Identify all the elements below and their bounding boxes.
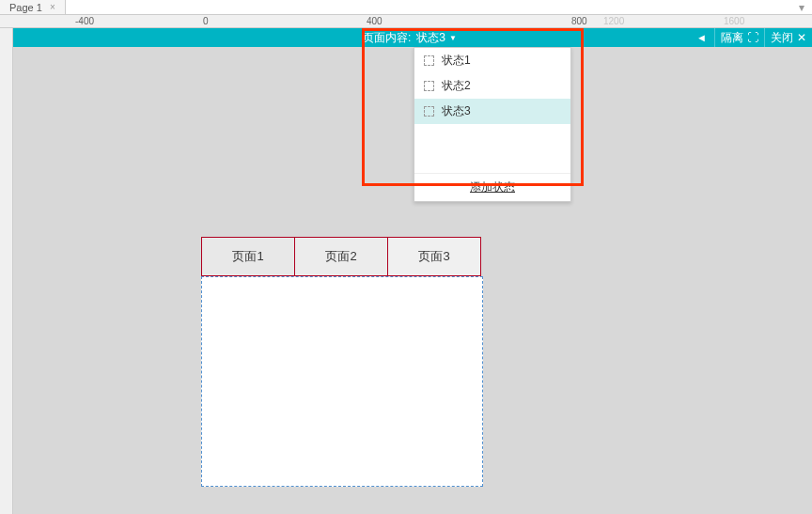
state-option-label: 状态1 xyxy=(442,53,471,69)
ruler-tick: 400 xyxy=(367,16,383,26)
page-tab[interactable]: 页面2 xyxy=(294,237,388,276)
add-state-button[interactable]: 添加状态 xyxy=(414,173,570,201)
ruler-tick: 1200 xyxy=(603,16,624,26)
page-tab[interactable]: 页面3 xyxy=(387,237,481,276)
state-option[interactable]: 状态1 xyxy=(414,48,570,73)
isolate-button[interactable]: 隔离 ⛶ xyxy=(714,28,764,47)
chevron-down-icon[interactable]: ▾ xyxy=(791,1,812,14)
close-icon: ✕ xyxy=(797,31,806,44)
horizontal-ruler: -400 0 400 800 1200 1600 xyxy=(0,15,812,28)
ruler-tick: 0 xyxy=(203,16,209,26)
isolate-label: 隔离 xyxy=(721,30,743,46)
checkbox-icon xyxy=(424,106,434,117)
ruler-tick: -400 xyxy=(75,16,94,26)
checkbox-icon xyxy=(424,55,434,66)
state-option[interactable]: 状态2 xyxy=(414,73,570,99)
current-state-label: 状态3 xyxy=(416,30,445,46)
page-tab[interactable]: 页面1 xyxy=(201,237,295,276)
close-label: 关闭 xyxy=(771,30,793,46)
page-tabs-group: 页面1 页面2 页面3 xyxy=(201,237,481,276)
page-tab-label: 页面3 xyxy=(418,248,449,265)
checkbox-icon xyxy=(424,81,434,91)
page-tab-label: 页面2 xyxy=(325,248,356,265)
state-option[interactable]: 状态3 xyxy=(414,99,570,124)
expand-icon: ⛶ xyxy=(747,31,758,44)
ruler-tick: 800 xyxy=(571,16,587,26)
canvas-area: 页面内容: 状态3 ▼ ◄ 隔离 ⛶ 关闭 ✕ 状态1 状态2 状态3 xyxy=(0,28,812,514)
dropdown-spacer xyxy=(414,124,570,173)
document-tab[interactable]: Page 1 × xyxy=(0,0,66,14)
chevron-down-icon: ▼ xyxy=(449,34,457,42)
panel-header-bar: 页面内容: 状态3 ▼ ◄ 隔离 ⛶ 关闭 ✕ xyxy=(13,28,812,47)
state-selector[interactable]: 状态3 ▼ xyxy=(416,30,457,46)
content-panel[interactable] xyxy=(201,276,483,487)
state-option-label: 状态2 xyxy=(442,78,471,94)
back-arrow-icon[interactable]: ◄ xyxy=(689,32,714,43)
vertical-ruler xyxy=(0,28,13,514)
state-dropdown-panel: 状态1 状态2 状态3 添加状态 xyxy=(414,47,571,202)
close-button[interactable]: 关闭 ✕ xyxy=(764,28,812,47)
page-tab-label: 页面1 xyxy=(232,248,263,265)
page-content-label: 页面内容: xyxy=(363,30,411,46)
state-option-label: 状态3 xyxy=(442,103,471,119)
document-tab-bar: Page 1 × ▾ xyxy=(0,0,812,15)
close-icon[interactable]: × xyxy=(50,2,55,12)
ruler-tick: 1600 xyxy=(724,16,744,26)
tab-label: Page 1 xyxy=(9,2,42,13)
